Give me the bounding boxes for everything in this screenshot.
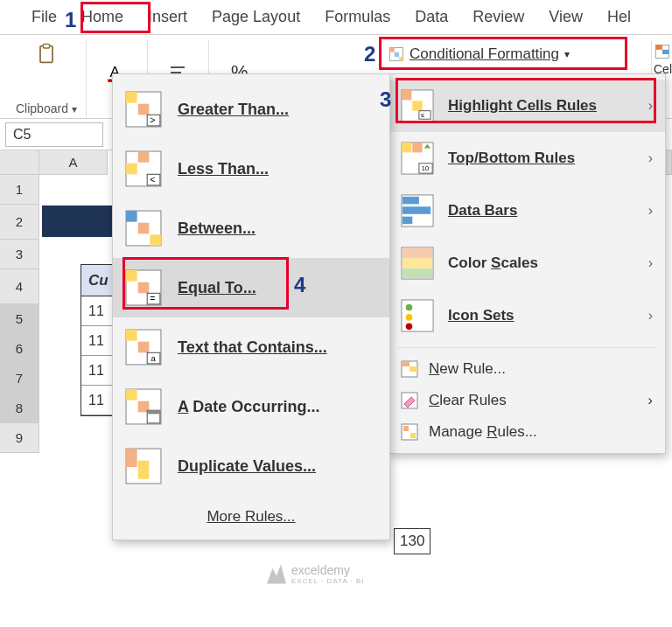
svg-rect-13: [662, 50, 669, 54]
svg-point-33: [406, 304, 413, 311]
menu-greater-than[interactable]: > Greater Than...: [113, 80, 389, 139]
menu-label: Clear Rules: [429, 392, 507, 409]
tab-file[interactable]: File: [19, 1, 69, 33]
menu-duplicate-values[interactable]: Duplicate Values...: [113, 436, 389, 496]
col-head[interactable]: A: [39, 150, 108, 175]
svg-rect-41: [403, 426, 409, 431]
svg-rect-50: [138, 151, 150, 163]
icon-sets-icon: [401, 299, 434, 332]
manage-rules-icon: [401, 423, 418, 441]
row-head[interactable]: 7: [0, 364, 39, 394]
menu-more-rules[interactable]: More Rules...: [113, 496, 389, 534]
menu-highlight-cells-rules[interactable]: ≤ Highlight Cells Rules ›: [388, 80, 665, 132]
conditional-formatting-button[interactable]: Conditional Formatting ▾: [382, 40, 577, 68]
menu-date-occurring[interactable]: A Date Occurring...: [113, 377, 389, 436]
svg-rect-68: [126, 389, 137, 401]
svg-text:=: =: [150, 293, 155, 303]
menu-label: Text that Contains...: [178, 338, 327, 356]
table-cell[interactable]: 130: [394, 528, 430, 554]
svg-rect-10: [399, 57, 403, 61]
row-head[interactable]: 1: [0, 175, 39, 205]
table-cell[interactable]: 11: [88, 363, 104, 379]
conditional-formatting-label: Conditional Formatting: [410, 45, 559, 63]
menu-equal-to[interactable]: = Equal To...: [113, 258, 389, 317]
between-icon: [125, 210, 162, 247]
svg-rect-58: [126, 270, 137, 282]
svg-rect-37: [402, 361, 410, 366]
menu-between[interactable]: Between...: [113, 199, 389, 258]
row-head[interactable]: 6: [0, 334, 39, 364]
tab-home[interactable]: Home: [69, 1, 136, 33]
table-cell[interactable]: 11: [88, 393, 104, 408]
menu-label: Between...: [178, 219, 256, 237]
row-head[interactable]: 5: [0, 304, 39, 334]
menu-label: Highlight Cells Rules: [448, 97, 597, 114]
conditional-formatting-icon: [388, 46, 404, 62]
name-box[interactable]: C5: [5, 122, 103, 147]
svg-point-35: [406, 324, 413, 331]
conditional-formatting-menu: ≤ Highlight Cells Rules › 10 Top/Bottom …: [388, 73, 666, 454]
select-all-corner[interactable]: [0, 150, 39, 175]
table-header: Cu: [88, 272, 108, 289]
date-occurring-icon: [125, 388, 162, 425]
top-bottom-icon: 10: [401, 142, 434, 175]
svg-rect-31: [402, 268, 432, 278]
text-contains-icon: a: [125, 329, 162, 366]
data-bars-icon: [401, 194, 434, 227]
ribbon-group-clipboard: Clipboard ▾: [7, 40, 87, 117]
tab-help[interactable]: Hel: [595, 1, 643, 33]
chevron-right-icon: ›: [648, 203, 653, 219]
color-scales-icon: [401, 247, 434, 280]
new-rule-icon: [401, 360, 418, 378]
row-head[interactable]: 8: [0, 394, 39, 423]
tab-insert[interactable]: Insert: [136, 1, 200, 33]
menu-icon-sets[interactable]: Icon Sets ›: [388, 289, 665, 342]
menu-manage-rules[interactable]: Manage Rules...: [388, 416, 665, 448]
menu-top-bottom-rules[interactable]: 10 Top/Bottom Rules ›: [388, 132, 665, 185]
menu-less-than[interactable]: < Less Than...: [113, 139, 389, 199]
tab-formulas[interactable]: Formulas: [312, 1, 402, 33]
menu-label: Greater Than...: [178, 101, 289, 118]
chevron-right-icon: ›: [648, 255, 653, 271]
equal-to-icon: =: [125, 269, 162, 306]
chevron-right-icon: ›: [648, 98, 653, 114]
table-cell[interactable]: 11: [88, 333, 104, 349]
row-head[interactable]: 9: [0, 423, 39, 453]
svg-text:10: 10: [422, 164, 429, 172]
svg-point-34: [406, 314, 413, 321]
tab-page-layout[interactable]: Page Layout: [200, 1, 312, 33]
menu-new-rule[interactable]: New Rule...: [388, 353, 665, 385]
svg-rect-25: [402, 197, 419, 205]
row-head[interactable]: 4: [0, 269, 39, 304]
svg-text:a: a: [150, 353, 156, 363]
menu-clear-rules[interactable]: Clear Rules ›: [388, 385, 665, 416]
menu-data-bars[interactable]: Data Bars ›: [388, 185, 665, 237]
clear-rules-icon: [401, 392, 418, 409]
paste-button[interactable]: [29, 40, 64, 68]
svg-rect-71: [147, 410, 160, 414]
svg-text:≤: ≤: [421, 111, 424, 119]
svg-rect-38: [410, 366, 417, 372]
watermark-icon: [267, 565, 286, 584]
svg-rect-59: [138, 282, 150, 294]
tab-view[interactable]: View: [536, 1, 595, 33]
row-head[interactable]: 3: [0, 240, 39, 269]
svg-rect-16: [412, 101, 422, 110]
svg-text:<: <: [150, 174, 155, 185]
greater-than-icon: >: [125, 91, 162, 128]
clipboard-icon: [34, 42, 59, 66]
menu-label: Color Scales: [448, 254, 538, 271]
tab-data[interactable]: Data: [402, 1, 460, 33]
duplicate-values-icon: [125, 448, 162, 484]
menu-text-contains[interactable]: a Text that Contains...: [113, 317, 389, 377]
svg-rect-9: [395, 52, 399, 57]
table-cell[interactable]: 11: [88, 303, 104, 319]
menu-separator: [397, 347, 656, 348]
row-head[interactable]: 2: [0, 205, 39, 240]
watermark: exceldemyEXCEL · DATA · BI: [267, 563, 365, 585]
tab-review[interactable]: Review: [460, 1, 536, 33]
svg-rect-55: [138, 223, 150, 234]
svg-rect-27: [402, 217, 412, 225]
menu-color-scales[interactable]: Color Scales ›: [388, 237, 665, 289]
svg-rect-30: [402, 258, 432, 268]
